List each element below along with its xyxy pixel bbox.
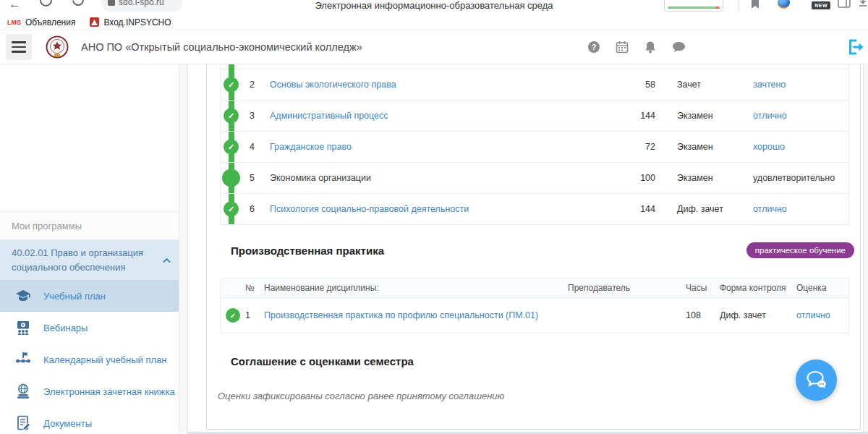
sidebar-item-webinars[interactable]: Вебинары (0, 312, 179, 344)
practice-section-header: Производственная практика практическое о… (231, 242, 854, 258)
sidebar-section-title: Мои программы (0, 211, 179, 240)
browser-back-icon[interactable]: ← (9, 0, 21, 12)
sidebar-item-calendar-plan[interactable]: Календарный учебный план (0, 344, 179, 375)
status-check-icon (226, 308, 240, 323)
agreement-note: Оценки зафиксированы согласно ранее прин… (218, 391, 860, 401)
college-logo (45, 35, 69, 59)
bookmark-label: Объявления (25, 17, 75, 27)
status-check-icon (222, 169, 240, 187)
table-row-partial (221, 64, 848, 69)
discipline-link[interactable]: Гражданское право (270, 142, 619, 152)
notifications-bell-icon[interactable] (644, 41, 657, 54)
inpsycho-favicon (90, 17, 99, 27)
app-header: АНО ПО «Открытый социально-экономический… (0, 30, 868, 64)
graduation-cap-icon (13, 287, 33, 305)
hours-value: 72 (619, 142, 655, 152)
discipline-link[interactable]: Психология социально-правовой деятельнос… (270, 204, 619, 214)
study-plan-card: 2 Основы экологического права 58 Зачет з… (206, 64, 861, 430)
bookmark-announcements[interactable]: LMS Объявления (7, 17, 75, 27)
table-row: 5 Экономика организации 100 Экзамен удов… (221, 163, 848, 194)
bookmark-icon[interactable] (749, 0, 761, 12)
hours-value: 58 (619, 80, 655, 90)
sidebar-item-label: Календарный учебный план (43, 354, 166, 365)
download-icon[interactable] (858, 0, 868, 10)
chevron-up-icon (163, 258, 171, 263)
sidebar: Мои программы 40.02.01 Право и организац… (0, 64, 179, 433)
control-form: Диф. зачет (717, 310, 796, 320)
control-form: Диф. зачет (677, 204, 753, 214)
hours-value: 100 (619, 173, 655, 183)
row-number: 2 (250, 80, 270, 90)
practice-link[interactable]: Производственная практика по профилю спе… (264, 310, 568, 320)
toolbar-divider (739, 0, 739, 10)
calendar-icon[interactable] (616, 41, 629, 54)
browser-reload-icon[interactable] (70, 0, 87, 8)
svg-text:?: ? (592, 43, 597, 51)
discipline-link[interactable]: Административный процесс (270, 111, 619, 121)
practice-title: Производственная практика (231, 244, 384, 257)
grade-link[interactable]: отлично (796, 310, 848, 320)
bookmark-label: Вход.INPSYCHO (103, 17, 171, 27)
sidebar-item-study-plan[interactable]: Учебный план (0, 280, 179, 312)
help-icon[interactable]: ? (587, 41, 600, 54)
bookmarks-bar: LMS Объявления Вход.INPSYCHO (0, 14, 868, 30)
header-name: Наименование дисциплины: (264, 283, 568, 293)
grade-link[interactable]: отлично (753, 111, 848, 121)
logout-icon[interactable] (846, 38, 865, 56)
control-form: Экзамен (677, 173, 753, 183)
page-scrollbar[interactable] (863, 65, 868, 434)
grade-link[interactable]: отлично (753, 204, 848, 214)
marker-cell (221, 308, 245, 323)
control-form: Зачет (677, 80, 753, 90)
control-form: Экзамен (677, 142, 753, 152)
row-number: 1 (245, 310, 264, 320)
row-number: 5 (250, 173, 270, 183)
practice-table-header: № Наименование дисциплины: Преподаватель… (221, 278, 848, 298)
page-body: Мои программы 40.02.01 Право и организац… (0, 64, 868, 433)
browser-extension-sphere-icon[interactable] (778, 0, 790, 9)
header-teacher: Преподаватель (568, 283, 686, 293)
organization-name: АНО ПО «Открытый социально-экономический… (81, 41, 362, 53)
document-pen-icon (13, 414, 33, 432)
disciplines-table: 2 Основы экологического права 58 Зачет з… (220, 64, 849, 225)
table-row: 6 Психология социально-правовой деятельн… (221, 194, 848, 225)
table-row: 3 Административный процесс 144 Экзамен о… (221, 101, 848, 132)
status-check-icon (224, 77, 239, 93)
hours-value: 108 (686, 310, 717, 320)
site-info-icon[interactable] (108, 0, 115, 6)
webinar-icon (13, 319, 33, 336)
control-form: Экзамен (677, 111, 753, 121)
chat-widget-button[interactable] (796, 359, 837, 401)
grade-link[interactable]: хорошо (753, 142, 848, 152)
extension-widget[interactable] (664, 0, 723, 12)
grade-link[interactable]: зачтено (753, 80, 848, 90)
extension-progress-bar (668, 7, 720, 9)
grade-link[interactable]: удовлетворительно (753, 173, 848, 183)
sidebar-program-header[interactable]: 40.02.01 Право и организация социального… (0, 240, 179, 280)
table-row: 2 Основы экологического права 58 Зачет з… (221, 69, 848, 101)
messages-icon[interactable] (672, 41, 686, 54)
new-badge[interactable]: NEW (812, 1, 830, 9)
sidebar-item-gradebook[interactable]: Электронная зачетная книжка (0, 375, 179, 407)
row-number: 6 (250, 204, 270, 214)
milestone-flag-icon (13, 351, 33, 368)
discipline-link[interactable]: Экономика организации (270, 173, 619, 183)
header-num: № (245, 283, 264, 293)
status-check-icon (224, 202, 239, 217)
program-name: 40.02.01 Право и организация социального… (12, 247, 143, 273)
sidebar-item-label: Вебинары (43, 323, 88, 333)
bookmark-inpsycho[interactable]: Вход.INPSYCHO (90, 17, 171, 27)
page-title: Электронная информационно-образовательна… (217, 0, 651, 11)
side-panel-icon[interactable] (838, 0, 851, 11)
globe-books-icon (13, 383, 33, 400)
sidebar-item-label: Документы (43, 418, 92, 429)
status-check-icon (224, 109, 239, 124)
discipline-link[interactable]: Основы экологического права (270, 80, 619, 90)
sidebar-scrollbar[interactable] (179, 64, 187, 433)
sidebar-item-documents[interactable]: Документы (0, 407, 179, 434)
browser-circle-button-icon[interactable] (40, 0, 52, 7)
menu-toggle-button[interactable] (6, 34, 32, 60)
table-row: 1 Производственная практика по профилю с… (221, 298, 848, 333)
address-bar[interactable]: sdo.i-spo.ru (101, 0, 182, 12)
sidebar-item-label: Учебный план (43, 291, 106, 302)
